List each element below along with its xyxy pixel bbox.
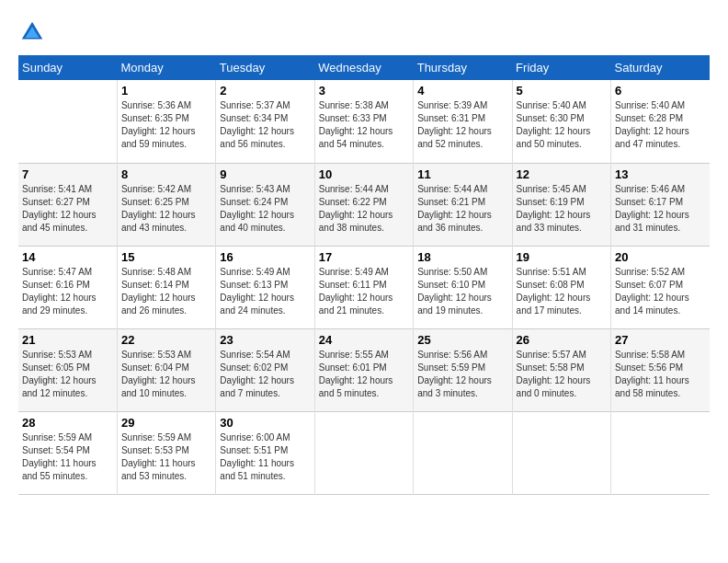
calendar-cell: 30Sunrise: 6:00 AM Sunset: 5:51 PM Dayli… — [216, 411, 314, 494]
day-number: 26 — [517, 333, 607, 347]
day-info: Sunrise: 5:55 AM Sunset: 6:01 PM Dayligh… — [319, 349, 409, 400]
day-number: 28 — [22, 416, 113, 430]
day-info: Sunrise: 5:49 AM Sunset: 6:13 PM Dayligh… — [220, 266, 310, 317]
weekday-header: Sunday — [18, 55, 117, 80]
day-info: Sunrise: 5:38 AM Sunset: 6:33 PM Dayligh… — [319, 99, 409, 151]
day-info: Sunrise: 5:46 AM Sunset: 6:17 PM Dayligh… — [615, 183, 706, 235]
day-number: 4 — [417, 84, 507, 98]
day-number: 27 — [615, 333, 706, 347]
logo-icon — [18, 18, 46, 46]
day-number: 12 — [517, 167, 607, 181]
day-number: 2 — [220, 84, 310, 98]
day-info: Sunrise: 5:52 AM Sunset: 6:07 PM Dayligh… — [615, 266, 706, 317]
weekday-header: Saturday — [611, 55, 710, 80]
day-number: 7 — [22, 167, 113, 181]
calendar-cell: 7Sunrise: 5:41 AM Sunset: 6:27 PM Daylig… — [18, 163, 117, 246]
calendar-week-row: 21Sunrise: 5:53 AM Sunset: 6:05 PM Dayli… — [18, 328, 710, 411]
day-number: 16 — [220, 250, 310, 264]
day-number: 25 — [417, 333, 507, 347]
calendar-cell: 28Sunrise: 5:59 AM Sunset: 5:54 PM Dayli… — [18, 411, 117, 494]
day-number: 17 — [319, 250, 409, 264]
calendar-cell: 4Sunrise: 5:39 AM Sunset: 6:31 PM Daylig… — [414, 80, 512, 163]
calendar-week-row: 1Sunrise: 5:36 AM Sunset: 6:35 PM Daylig… — [18, 80, 710, 163]
day-info: Sunrise: 5:50 AM Sunset: 6:10 PM Dayligh… — [417, 266, 507, 317]
day-info: Sunrise: 5:49 AM Sunset: 6:11 PM Dayligh… — [319, 266, 409, 317]
calendar-week-row: 14Sunrise: 5:47 AM Sunset: 6:16 PM Dayli… — [18, 246, 710, 328]
calendar-cell — [18, 80, 117, 163]
calendar-cell — [414, 411, 512, 494]
calendar-week-row: 7Sunrise: 5:41 AM Sunset: 6:27 PM Daylig… — [18, 163, 710, 246]
calendar-cell: 19Sunrise: 5:51 AM Sunset: 6:08 PM Dayli… — [512, 246, 610, 328]
calendar-cell: 10Sunrise: 5:44 AM Sunset: 6:22 PM Dayli… — [314, 163, 413, 246]
calendar-cell: 14Sunrise: 5:47 AM Sunset: 6:16 PM Dayli… — [18, 246, 117, 328]
calendar-cell — [314, 411, 413, 494]
calendar-cell: 22Sunrise: 5:53 AM Sunset: 6:04 PM Dayli… — [117, 328, 215, 411]
day-info: Sunrise: 5:44 AM Sunset: 6:21 PM Dayligh… — [417, 183, 507, 235]
day-number: 13 — [615, 167, 706, 181]
day-number: 14 — [22, 250, 113, 264]
day-number: 8 — [121, 167, 211, 181]
day-info: Sunrise: 5:56 AM Sunset: 5:59 PM Dayligh… — [417, 349, 507, 400]
weekday-header: Friday — [512, 55, 610, 80]
day-info: Sunrise: 5:40 AM Sunset: 6:30 PM Dayligh… — [517, 99, 607, 151]
day-info: Sunrise: 5:48 AM Sunset: 6:14 PM Dayligh… — [121, 266, 211, 317]
weekday-header: Monday — [117, 55, 215, 80]
day-info: Sunrise: 5:53 AM Sunset: 6:04 PM Dayligh… — [121, 349, 211, 400]
weekday-header-row: SundayMondayTuesdayWednesdayThursdayFrid… — [18, 55, 710, 80]
day-info: Sunrise: 5:51 AM Sunset: 6:08 PM Dayligh… — [517, 266, 607, 317]
weekday-header: Thursday — [414, 55, 512, 80]
day-number: 6 — [615, 84, 706, 98]
calendar-cell: 24Sunrise: 5:55 AM Sunset: 6:01 PM Dayli… — [314, 328, 413, 411]
calendar-cell: 13Sunrise: 5:46 AM Sunset: 6:17 PM Dayli… — [611, 163, 710, 246]
day-info: Sunrise: 5:47 AM Sunset: 6:16 PM Dayligh… — [22, 266, 113, 317]
day-info: Sunrise: 5:43 AM Sunset: 6:24 PM Dayligh… — [220, 183, 310, 235]
day-number: 21 — [22, 333, 113, 347]
day-info: Sunrise: 5:59 AM Sunset: 5:54 PM Dayligh… — [22, 431, 113, 483]
day-info: Sunrise: 5:54 AM Sunset: 6:02 PM Dayligh… — [220, 349, 310, 400]
day-number: 1 — [121, 84, 211, 98]
calendar-cell: 23Sunrise: 5:54 AM Sunset: 6:02 PM Dayli… — [216, 328, 314, 411]
day-info: Sunrise: 5:37 AM Sunset: 6:34 PM Dayligh… — [220, 99, 310, 151]
weekday-header: Wednesday — [314, 55, 413, 80]
day-number: 10 — [319, 167, 409, 181]
calendar-cell: 12Sunrise: 5:45 AM Sunset: 6:19 PM Dayli… — [512, 163, 610, 246]
day-number: 30 — [220, 416, 310, 430]
day-number: 3 — [319, 84, 409, 98]
calendar-cell: 6Sunrise: 5:40 AM Sunset: 6:28 PM Daylig… — [611, 80, 710, 163]
calendar-cell: 29Sunrise: 5:59 AM Sunset: 5:53 PM Dayli… — [117, 411, 215, 494]
calendar-cell: 5Sunrise: 5:40 AM Sunset: 6:30 PM Daylig… — [512, 80, 610, 163]
day-number: 15 — [121, 250, 211, 264]
day-number: 18 — [417, 250, 507, 264]
day-number: 20 — [615, 250, 706, 264]
day-number: 5 — [517, 84, 607, 98]
day-number: 29 — [121, 416, 211, 430]
day-info: Sunrise: 5:39 AM Sunset: 6:31 PM Dayligh… — [417, 99, 507, 151]
calendar-cell: 3Sunrise: 5:38 AM Sunset: 6:33 PM Daylig… — [314, 80, 413, 163]
calendar-cell: 16Sunrise: 5:49 AM Sunset: 6:13 PM Dayli… — [216, 246, 314, 328]
day-info: Sunrise: 5:44 AM Sunset: 6:22 PM Dayligh… — [319, 183, 409, 235]
day-info: Sunrise: 5:42 AM Sunset: 6:25 PM Dayligh… — [121, 183, 211, 235]
day-number: 19 — [517, 250, 607, 264]
day-info: Sunrise: 5:57 AM Sunset: 5:58 PM Dayligh… — [517, 349, 607, 400]
calendar-cell — [512, 411, 610, 494]
calendar-cell: 17Sunrise: 5:49 AM Sunset: 6:11 PM Dayli… — [314, 246, 413, 328]
calendar-cell: 8Sunrise: 5:42 AM Sunset: 6:25 PM Daylig… — [117, 163, 215, 246]
calendar-cell: 15Sunrise: 5:48 AM Sunset: 6:14 PM Dayli… — [117, 246, 215, 328]
day-number: 23 — [220, 333, 310, 347]
calendar-cell: 20Sunrise: 5:52 AM Sunset: 6:07 PM Dayli… — [611, 246, 710, 328]
calendar-cell: 25Sunrise: 5:56 AM Sunset: 5:59 PM Dayli… — [414, 328, 512, 411]
day-info: Sunrise: 5:53 AM Sunset: 6:05 PM Dayligh… — [22, 349, 113, 400]
day-number: 9 — [220, 167, 310, 181]
day-info: Sunrise: 5:58 AM Sunset: 5:56 PM Dayligh… — [615, 349, 706, 400]
day-info: Sunrise: 5:59 AM Sunset: 5:53 PM Dayligh… — [121, 431, 211, 483]
calendar-table: SundayMondayTuesdayWednesdayThursdayFrid… — [18, 55, 710, 495]
day-number: 24 — [319, 333, 409, 347]
calendar-cell: 18Sunrise: 5:50 AM Sunset: 6:10 PM Dayli… — [414, 246, 512, 328]
day-info: Sunrise: 5:41 AM Sunset: 6:27 PM Dayligh… — [22, 183, 113, 235]
day-info: Sunrise: 6:00 AM Sunset: 5:51 PM Dayligh… — [220, 431, 310, 483]
calendar-cell: 1Sunrise: 5:36 AM Sunset: 6:35 PM Daylig… — [117, 80, 215, 163]
page-header — [18, 18, 710, 46]
calendar-week-row: 28Sunrise: 5:59 AM Sunset: 5:54 PM Dayli… — [18, 411, 710, 494]
calendar-cell: 11Sunrise: 5:44 AM Sunset: 6:21 PM Dayli… — [414, 163, 512, 246]
day-info: Sunrise: 5:36 AM Sunset: 6:35 PM Dayligh… — [121, 99, 211, 151]
